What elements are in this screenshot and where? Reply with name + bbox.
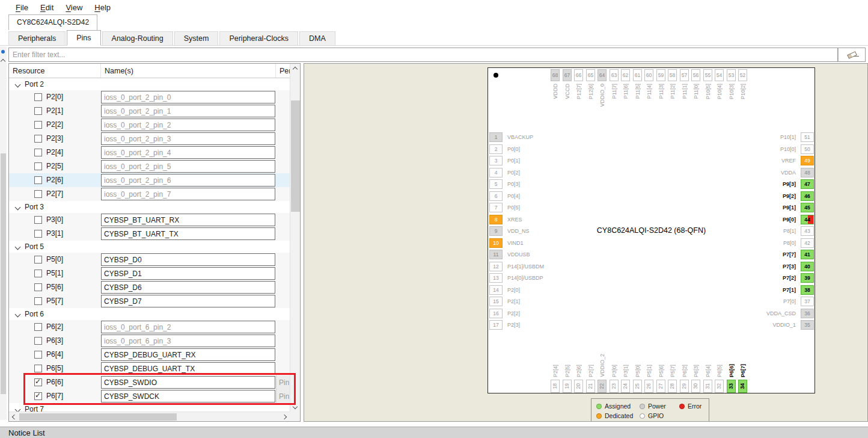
pin-16[interactable]: 16 <box>489 309 503 318</box>
pin-20[interactable]: 20 <box>574 380 583 393</box>
pin-49[interactable]: 49 <box>801 156 814 165</box>
column-header-resource[interactable]: Resource <box>9 64 101 78</box>
group-row-port-2[interactable]: Port 2 <box>9 78 290 90</box>
checkbox-p6-2[interactable] <box>34 323 42 331</box>
pin-61[interactable]: 61 <box>633 69 642 81</box>
checkbox-p2-5[interactable] <box>34 162 42 170</box>
scroll-up-button[interactable] <box>290 64 300 74</box>
table-row-p5-0[interactable]: P5[0]CYBSP_D0 <box>9 253 290 267</box>
checkbox-p2-2[interactable] <box>34 121 42 129</box>
name-input-p5-7[interactable]: CYBSP_D7 <box>101 295 275 307</box>
group-row-port-3[interactable]: Port 3 <box>9 201 290 213</box>
pin-29[interactable]: 29 <box>680 380 689 393</box>
pin-44[interactable]: 44 <box>801 215 814 224</box>
pin-33[interactable]: 33 <box>727 380 736 393</box>
pin-7[interactable]: 7 <box>489 203 503 212</box>
pin-54[interactable]: 54 <box>715 69 724 81</box>
menu-view[interactable]: View <box>60 3 88 12</box>
pin-5[interactable]: 5 <box>489 179 503 189</box>
pin-59[interactable]: 59 <box>656 69 665 81</box>
table-row-p2-5[interactable]: P2[5]ioss_0_port_2_pin_5 <box>9 159 290 173</box>
pin-34[interactable]: 34 <box>738 380 747 393</box>
pin-42[interactable]: 42 <box>801 238 814 248</box>
name-input-p6-6[interactable]: CYBSP_SWDIO <box>101 376 275 389</box>
pin-31[interactable]: 31 <box>703 380 712 393</box>
pin-21[interactable]: 21 <box>586 380 595 393</box>
horizontal-scrollbar-thumb[interactable] <box>19 413 177 421</box>
name-input-p3-0[interactable]: CYBSP_BT_UART_RX <box>101 214 275 226</box>
pin-39[interactable]: 39 <box>801 273 814 283</box>
pin-41[interactable]: 41 <box>801 250 814 259</box>
table-row-p2-3[interactable]: P2[3]ioss_0_port_2_pin_3 <box>9 132 290 146</box>
group-row-port-7[interactable]: Port 7 <box>9 403 290 412</box>
device-tab[interactable]: CY8C624ALQI-S2D42 <box>8 14 97 30</box>
name-input-p6-5[interactable]: CYBSP_DEBUG_UART_TX <box>101 362 275 375</box>
name-input-p5-0[interactable]: CYBSP_D0 <box>101 253 275 266</box>
pin-12[interactable]: 12 <box>489 262 503 271</box>
pin-8[interactable]: 8 <box>489 215 503 224</box>
checkbox-p2-6[interactable] <box>34 176 42 184</box>
checkbox-p3-1[interactable] <box>34 230 42 238</box>
group-row-port-5[interactable]: Port 5 <box>9 241 290 253</box>
clear-filter-button[interactable] <box>838 48 866 62</box>
scroll-right-button[interactable] <box>280 412 289 421</box>
column-header-names[interactable]: Name(s) <box>101 64 276 78</box>
tab-peripheral-clocks[interactable]: Peripheral-Clocks <box>219 31 298 45</box>
pin-68[interactable]: 68 <box>551 69 560 81</box>
pin-3[interactable]: 3 <box>489 156 503 165</box>
pin-9[interactable]: 9 <box>489 226 503 236</box>
name-input-p2-3[interactable]: ioss_0_port_2_pin_3 <box>101 132 275 145</box>
name-input-p2-0[interactable]: ioss_0_port_2_pin_0 <box>101 91 275 103</box>
pin-14[interactable]: 14 <box>489 285 503 295</box>
checkbox-p6-5[interactable] <box>34 365 42 372</box>
checkbox-p5-6[interactable] <box>34 283 42 291</box>
pin-45[interactable]: 45 <box>801 203 814 212</box>
name-input-p2-5[interactable]: ioss_0_port_2_pin_5 <box>101 160 275 173</box>
scroll-down-button[interactable] <box>290 402 300 412</box>
table-vertical-scrollbar[interactable] <box>290 64 300 412</box>
table-row-p6-5[interactable]: P6[5]CYBSP_DEBUG_UART_TX <box>9 362 290 375</box>
checkbox-p5-0[interactable] <box>34 256 42 264</box>
checkbox-p5-1[interactable] <box>34 270 42 277</box>
pin-57[interactable]: 57 <box>680 69 689 81</box>
table-row-p6-2[interactable]: P6[2]ioss_0_port_6_pin_2 <box>9 320 290 334</box>
pin-66[interactable]: 66 <box>574 69 583 81</box>
checkbox-p6-7[interactable] <box>34 392 42 400</box>
pin-17[interactable]: 17 <box>489 320 503 330</box>
pin-11[interactable]: 11 <box>489 250 503 259</box>
name-input-p2-2[interactable]: ioss_0_port_2_pin_2 <box>101 119 275 131</box>
tab-analog-routing[interactable]: Analog-Routing <box>102 31 173 45</box>
checkbox-p3-0[interactable] <box>34 216 42 224</box>
checkbox-p6-4[interactable] <box>34 351 42 359</box>
checkbox-p5-7[interactable] <box>34 297 42 305</box>
table-horizontal-scrollbar[interactable] <box>9 412 290 421</box>
notice-list-bar[interactable]: Notice List <box>0 427 868 438</box>
pin-60[interactable]: 60 <box>644 69 653 81</box>
pin-47[interactable]: 47 <box>801 179 814 189</box>
chevron-down-icon[interactable] <box>13 82 22 87</box>
pin-15[interactable]: 15 <box>489 297 503 306</box>
pin-26[interactable]: 26 <box>644 380 653 393</box>
menu-edit[interactable]: Edit <box>34 3 60 12</box>
menu-file[interactable]: File <box>10 3 34 12</box>
left-scrollbar-strip[interactable] <box>0 46 7 420</box>
table-row-p6-6[interactable]: P6[6]CYBSP_SWDIOPin <box>9 375 290 389</box>
left-scrollbar-thumb[interactable] <box>1 153 6 394</box>
pin-52[interactable]: 52 <box>738 69 747 81</box>
pin-36[interactable]: 36 <box>801 309 814 318</box>
checkbox-p2-7[interactable] <box>34 190 42 198</box>
pin-30[interactable]: 30 <box>691 380 700 393</box>
pin-37[interactable]: 37 <box>801 297 814 306</box>
pin-51[interactable]: 51 <box>801 132 814 142</box>
checkbox-p2-1[interactable] <box>34 107 42 115</box>
table-row-p6-3[interactable]: P6[3]ioss_0_port_6_pin_3 <box>9 334 290 348</box>
pin-24[interactable]: 24 <box>621 380 630 393</box>
chevron-down-icon[interactable] <box>13 245 22 249</box>
checkbox-p6-3[interactable] <box>34 337 42 345</box>
tab-system[interactable]: System <box>174 31 219 45</box>
chevron-down-icon[interactable] <box>13 407 22 412</box>
pin-25[interactable]: 25 <box>633 380 642 393</box>
checkbox-p6-6[interactable] <box>34 378 42 386</box>
table-row-p6-7[interactable]: P6[7]CYBSP_SWDCKPin <box>9 389 290 403</box>
name-input-p2-1[interactable]: ioss_0_port_2_pin_1 <box>101 105 275 117</box>
